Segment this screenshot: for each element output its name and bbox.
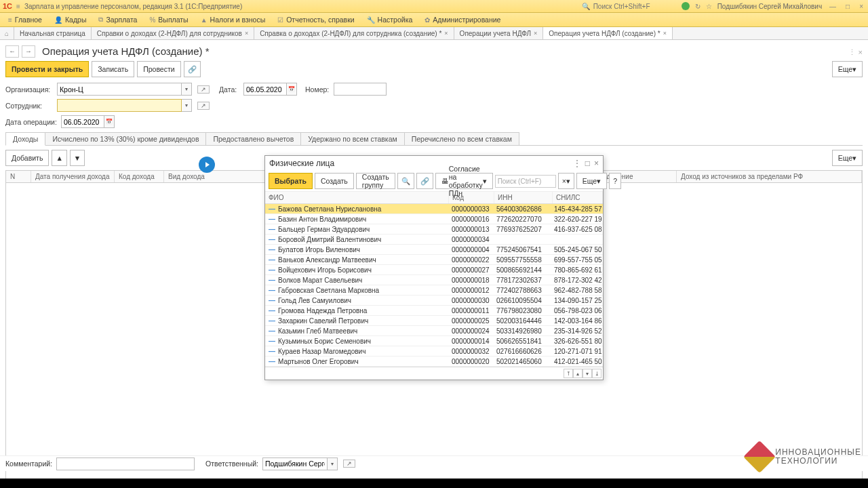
grid-col[interactable]: Доход из источников за пределами РФ xyxy=(677,171,862,182)
tab[interactable]: Операция учета НДФЛ (создание) *× xyxy=(543,27,673,39)
burger-icon[interactable]: ≡ xyxy=(16,3,20,10)
home-icon[interactable]: ⌂ xyxy=(0,27,14,39)
person-row[interactable]: —Войцехович Игорь Борисович0000000027500… xyxy=(265,265,603,275)
subtab[interactable]: Исчислено по 13% (30%) кроме дивидендов xyxy=(45,132,206,145)
person-row[interactable]: —Ваньков Александр Матвеевич000000002250… xyxy=(265,255,603,265)
org-input[interactable] xyxy=(57,83,182,96)
opdate-calendar-icon[interactable]: 📅 xyxy=(104,115,115,128)
menu-Настройка[interactable]: 🔧Настройка xyxy=(361,14,418,25)
comment-input[interactable] xyxy=(56,458,195,470)
dialog-close-icon[interactable]: × xyxy=(594,159,599,168)
employee-input[interactable] xyxy=(57,99,182,112)
dialog-maximize-icon[interactable]: □ xyxy=(585,159,590,168)
person-row[interactable]: —Гольд Лев Самуилович0000000030026610095… xyxy=(265,296,603,306)
person-row[interactable]: —Захаркин Савелий Петрович00000000255020… xyxy=(265,316,603,326)
tab[interactable]: Начальная страница xyxy=(14,27,92,39)
person-row[interactable]: —Боровой Дмитрий Валентинович0000000034 xyxy=(265,235,603,245)
search-input[interactable] xyxy=(592,2,676,11)
menu-Зарплата[interactable]: ⧉Зарплата xyxy=(93,14,142,25)
tab[interactable]: Операции учета НДФЛ× xyxy=(454,27,544,39)
post-and-close-button[interactable]: Провести и закрыть xyxy=(5,61,89,77)
create-button[interactable]: Создать xyxy=(315,173,354,189)
scroll-top-icon[interactable]: ⤒ xyxy=(564,369,573,378)
dialog-menu-icon[interactable]: ⋮ xyxy=(573,159,581,168)
attach-person-button[interactable]: 🔗 xyxy=(416,173,433,189)
grid-col[interactable]: N xyxy=(6,171,31,182)
person-row[interactable]: —Бальцер Герман Эдуардович00000000137769… xyxy=(265,224,603,235)
grid-col[interactable]: Вид дохода xyxy=(164,171,275,182)
tab[interactable]: Справка о доходах (2-НДФЛ) для сотрудник… xyxy=(254,27,454,39)
post-button[interactable]: Провести xyxy=(137,61,180,77)
person-row[interactable]: —Кураев Назар Магомедович000000003202761… xyxy=(265,346,603,357)
employee-open-button[interactable]: ↗ xyxy=(197,102,210,110)
menu-Отчетность, справки[interactable]: ☑Отчетность, справки xyxy=(272,14,359,25)
person-row[interactable]: —Казьмин Глеб Матвеевич00000000245033149… xyxy=(265,326,603,336)
person-row[interactable]: —Мартынов Олег Егорович00000000205020214… xyxy=(265,357,603,367)
tab-close-icon[interactable]: × xyxy=(534,30,537,37)
responsible-dropdown-icon[interactable]: ▾ xyxy=(328,458,338,470)
page-close-icon[interactable]: × xyxy=(859,48,863,57)
dialog-search[interactable]: Поиск (Ctrl+F) xyxy=(495,175,556,188)
dialog-more-button[interactable]: Еще ▾ xyxy=(576,173,607,189)
grid-more-button[interactable]: Еще ▾ xyxy=(832,150,863,166)
consent-button[interactable]: 🖶 Согласие на обработку ПДн ▾ xyxy=(435,173,493,189)
subtab[interactable]: Доходы xyxy=(5,132,45,146)
menu-Кадры[interactable]: 👤Кадры xyxy=(49,14,92,25)
person-row[interactable]: —Кузьминых Борис Семенович00000000145066… xyxy=(265,336,603,346)
page-menu-icon[interactable]: ⋮ xyxy=(848,48,856,57)
subtab[interactable]: Предоставлено вычетов xyxy=(205,132,301,145)
save-button[interactable]: Записать xyxy=(92,61,134,77)
more-button[interactable]: Еще ▾ xyxy=(832,61,863,77)
menu-Выплаты[interactable]: %Выплаты xyxy=(144,14,193,25)
notifications-icon[interactable] xyxy=(682,2,690,10)
responsible-input[interactable] xyxy=(262,458,328,470)
global-search[interactable]: 🔍 xyxy=(582,2,676,11)
person-row[interactable]: —Габровская Светлана Марковна00000000127… xyxy=(265,285,603,296)
select-button[interactable]: Выбрать xyxy=(269,173,313,189)
scroll-up-icon[interactable]: ▴ xyxy=(573,369,583,378)
dialog-help-button[interactable]: ? xyxy=(609,173,621,189)
col-fio[interactable]: ФИО xyxy=(265,192,449,203)
col-snils[interactable]: СНИЛС xyxy=(553,192,603,203)
history-icon[interactable]: ↻ xyxy=(695,3,701,10)
org-open-button[interactable]: ↗ xyxy=(197,85,210,94)
move-up-button[interactable]: ▲ xyxy=(52,150,66,166)
subtab[interactable]: Удержано по всем ставкам xyxy=(300,132,404,145)
menu-Налоги и взносы[interactable]: ▲Налоги и взносы xyxy=(195,14,271,25)
org-dropdown-icon[interactable]: ▾ xyxy=(182,83,192,96)
grid-col[interactable]: Дата получения дохода xyxy=(31,171,115,182)
tab-close-icon[interactable]: × xyxy=(444,30,448,37)
subtab[interactable]: Перечислено по всем ставкам xyxy=(404,132,519,145)
current-user[interactable]: Подшибякин Сергей Михайлович xyxy=(717,3,822,10)
minimize-icon[interactable]: — xyxy=(827,3,838,10)
person-row[interactable]: —Булатов Игорь Виленович0000000004775245… xyxy=(265,245,603,255)
col-inn[interactable]: ИНН xyxy=(494,192,553,203)
number-input[interactable] xyxy=(334,83,387,96)
maximize-icon[interactable]: □ xyxy=(844,3,852,10)
add-row-button[interactable]: Добавить xyxy=(5,150,49,166)
move-down-button[interactable]: ▼ xyxy=(70,150,85,166)
menu-Главное[interactable]: ≡Главное xyxy=(3,14,47,25)
attach-button[interactable]: 🔗 xyxy=(184,61,201,77)
responsible-open-button[interactable]: ↗ xyxy=(343,460,355,468)
date-calendar-icon[interactable]: 📅 xyxy=(287,83,297,96)
dialog-search-button[interactable]: ×▾ xyxy=(558,173,574,189)
scroll-down-icon[interactable]: ▾ xyxy=(583,369,592,378)
tab-close-icon[interactable]: × xyxy=(663,30,667,37)
tab[interactable]: Справки о доходах (2-НДФЛ) для сотрудник… xyxy=(92,27,254,39)
back-button[interactable]: ← xyxy=(5,45,19,58)
find-button[interactable]: 🔍 xyxy=(397,173,414,189)
create-group-button[interactable]: Создать группу xyxy=(356,173,395,189)
employee-dropdown-icon[interactable]: ▾ xyxy=(182,99,192,112)
tab-close-icon[interactable]: × xyxy=(245,30,248,37)
date-input[interactable] xyxy=(243,83,287,96)
menu-Администрирование[interactable]: ✿Администрирование xyxy=(419,14,506,25)
grid-col[interactable]: Код дохода xyxy=(115,171,164,182)
opdate-input[interactable] xyxy=(61,115,104,128)
favorites-icon[interactable]: ☆ xyxy=(706,3,712,10)
person-row[interactable]: —Бажова Светлана Нурислановна00000000335… xyxy=(265,204,603,214)
col-code[interactable]: Код xyxy=(449,192,494,203)
person-row[interactable]: —Волков Марат Савельевич0000000018778172… xyxy=(265,275,603,285)
forward-button[interactable]: → xyxy=(22,45,35,58)
scroll-bottom-icon[interactable]: ⤓ xyxy=(592,369,601,378)
